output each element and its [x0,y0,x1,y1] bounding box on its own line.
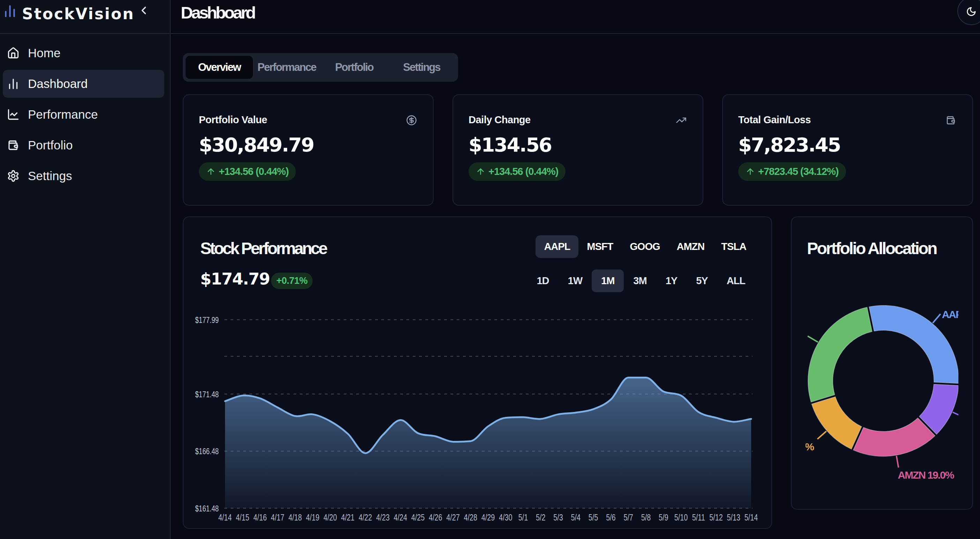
stat-card-value: $134.56 [469,133,687,156]
allocation-label-line-goog [818,431,826,439]
app-root: StockVision HomeDashboardPerformancePort… [0,0,980,539]
stat-card-title: Total Gain/Loss [738,114,811,126]
x-axis-label: 5/8 [641,512,651,522]
x-axis-label: 4/22 [359,512,372,522]
sidebar-item-performance[interactable]: Performance [3,100,164,128]
x-axis-label: 4/26 [429,512,442,522]
allocation-label-amzn: AMZN 19.0% [898,469,954,481]
x-axis-label: 4/29 [482,512,495,522]
x-axis-label: 5/2 [536,512,545,522]
stat-cards-row: Portfolio Value$30,849.79+134.56 (0.44%)… [183,94,973,206]
line-chart-icon [7,108,19,121]
stat-card-change-text: +134.56 (0.44%) [488,166,558,177]
stat-card-daily-change: Daily Change$134.56+134.56 (0.44%) [452,94,703,206]
tab-performance[interactable]: Performance [253,56,320,79]
circle-dollar-icon [406,115,417,126]
x-axis-label: 4/23 [376,512,389,522]
portfolio-allocation-card: Portfolio Allocation AAPL 29.0%TSLA 12.0… [791,217,973,510]
home-icon [7,47,19,59]
sidebar-collapse-button[interactable] [137,4,150,17]
price-area-fill [225,378,751,508]
settings-icon [7,170,19,182]
sidebar-item-settings[interactable]: Settings [3,162,164,190]
x-axis-label: 5/12 [709,512,722,522]
arrow-up-icon [206,167,216,176]
tab-bar: OverviewPerformancePortfolioSettings [183,53,458,82]
allocation-slice-msft[interactable] [808,307,872,402]
x-axis-label: 5/5 [589,512,598,522]
y-axis-label: $177.99 [195,316,219,325]
x-axis-label: 4/28 [464,512,477,522]
stat-card-change-badge: +134.56 (0.44%) [199,162,296,181]
arrow-up-icon [746,167,755,176]
x-axis-label: 4/20 [323,512,337,522]
sidebar: StockVision HomeDashboardPerformancePort… [0,0,170,539]
allocation-label-line-tsla [953,412,958,417]
stat-card-header: Total Gain/Loss [738,111,956,126]
chevron-left-icon [137,4,150,17]
sidebar-header: StockVision [0,0,170,34]
theme-toggle-button[interactable] [957,0,980,25]
stat-card-title: Portfolio Value [199,114,267,126]
allocation-label-line-msft [808,336,818,342]
allocation-label-aapl: AAPL 29.0% [942,309,958,320]
sidebar-nav: HomeDashboardPerformancePortfolioSetting… [0,34,170,198]
x-axis-label: 4/25 [411,512,425,522]
stat-card-header: Portfolio Value [199,111,417,126]
x-axis-label: 4/15 [236,512,249,522]
moon-icon [966,6,977,17]
x-axis-label: 4/17 [271,512,284,522]
brand-name: StockVision [22,5,137,23]
stat-card-value: $30,849.79 [199,133,417,156]
charts-row: Stock Performance $174.79 +0.71% AAPLMSF… [183,217,980,529]
sidebar-item-portfolio[interactable]: Portfolio [3,131,164,159]
x-axis-label: 4/27 [446,512,460,522]
allocation-label-line-amzn [896,456,898,467]
stat-card-change-badge: +7823.45 (34.12%) [738,162,846,181]
sidebar-item-label: Home [28,46,60,60]
sidebar-item-label: Settings [28,169,72,183]
stat-card-header: Daily Change [469,111,687,126]
topbar: Dashboard [170,0,980,34]
stat-card-value: $7,823.45 [738,133,956,156]
tab-portfolio[interactable]: Portfolio [321,56,388,79]
x-axis-label: 4/24 [393,512,407,522]
sidebar-item-home[interactable]: Home [3,39,164,67]
x-axis-label: 5/14 [745,512,758,522]
stock-performance-chart: $177.99$171.48$166.48$161.484/144/154/16… [183,217,773,529]
x-axis-label: 4/21 [341,512,355,522]
allocation-donut-chart: AAPL 29.0%TSLA 12.0%AMZN 19.0%GOOG 13.5%… [805,245,958,495]
bar-chart-icon [7,78,19,90]
tab-settings[interactable]: Settings [388,56,455,79]
allocation-slice-amzn[interactable] [853,418,935,456]
allocation-slice-goog[interactable] [811,397,861,449]
y-axis-label: $166.48 [195,447,219,456]
stat-card-portfolio-value: Portfolio Value$30,849.79+134.56 (0.44%) [183,94,434,206]
x-axis-label: 5/6 [606,512,616,522]
brand-bar-chart-icon [3,4,17,18]
x-axis-label: 4/18 [288,512,302,522]
content: OverviewPerformancePortfolioSettings Por… [170,34,980,529]
y-axis-label: $171.48 [195,389,219,399]
stat-card-total-gain-loss: Total Gain/Loss$7,823.45+7823.45 (34.12%… [722,94,973,206]
sidebar-item-label: Portfolio [28,138,73,152]
x-axis-label: 4/14 [218,512,232,522]
stat-card-change-badge: +134.56 (0.44%) [469,162,566,181]
allocation-label-goog: GOOG 13.5% [805,441,814,453]
tab-overview[interactable]: Overview [186,56,253,79]
x-axis-label: 5/11 [692,512,705,522]
x-axis-label: 5/7 [624,512,633,522]
sidebar-item-dashboard[interactable]: Dashboard [3,70,164,98]
x-axis-label: 5/4 [571,512,581,522]
sidebar-item-label: Performance [28,107,98,121]
x-axis-label: 5/3 [553,512,563,522]
x-axis-label: 5/9 [659,512,668,522]
main-area: Dashboard OverviewPerformancePortfolioSe… [170,0,980,539]
page-title: Dashboard [181,3,255,22]
stat-card-change-text: +7823.45 (34.12%) [758,166,839,177]
stock-performance-card: Stock Performance $174.79 +0.71% AAPLMSF… [183,217,772,529]
trending-up-icon [676,115,687,126]
stat-card-title: Daily Change [469,114,531,126]
x-axis-label: 5/1 [519,512,528,522]
x-axis-label: 5/13 [727,512,740,522]
